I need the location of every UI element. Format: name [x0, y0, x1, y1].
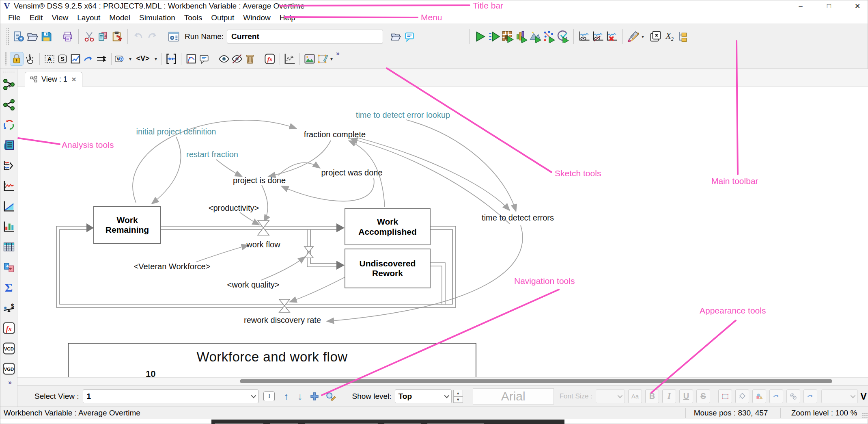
- variable-fraction-complete[interactable]: fraction complete: [304, 130, 366, 139]
- model-tree-button[interactable]: [676, 29, 690, 44]
- extra-dropdown[interactable]: [821, 389, 858, 403]
- unit-check-tool[interactable]: $: [2, 301, 16, 315]
- variable-project-is-done[interactable]: project is done: [233, 176, 286, 185]
- show-level-spinner[interactable]: ▲ ▼: [453, 390, 463, 403]
- variable-rework-discovery-rate[interactable]: rework discovery rate: [244, 316, 321, 325]
- statistics-tool[interactable]: Σ: [2, 281, 16, 294]
- strikethrough-button[interactable]: S: [696, 389, 710, 403]
- menu-window[interactable]: Window: [239, 13, 275, 23]
- model-canvas[interactable]: Work Remaining Work Accomplished Undisco…: [17, 87, 868, 385]
- variable-veteran-workforce[interactable]: <Veteran Workforce>: [134, 262, 211, 271]
- hide-io-object-button[interactable]: [591, 29, 605, 44]
- tools-dropdown-arrow[interactable]: ▾: [642, 34, 644, 39]
- show-variable-button[interactable]: [218, 52, 230, 65]
- redo-button[interactable]: [145, 29, 159, 44]
- rate-tool-button[interactable]: [95, 52, 108, 65]
- delete-tool-button[interactable]: [243, 52, 256, 65]
- maximize-button[interactable]: □: [825, 2, 834, 10]
- image-tool-button[interactable]: [303, 52, 316, 65]
- save-button[interactable]: [39, 29, 53, 44]
- vgd-tool[interactable]: VGD: [2, 362, 16, 376]
- paste-button[interactable]: [110, 29, 124, 44]
- menu-view[interactable]: View: [47, 13, 73, 23]
- variable-work-quality[interactable]: <work quality>: [227, 280, 280, 290]
- run-sensitivity-button[interactable]: [515, 29, 528, 44]
- menu-help[interactable]: Help: [275, 13, 300, 23]
- bar-graph-tool[interactable]: [2, 220, 16, 234]
- horizontal-scrollbar[interactable]: [17, 377, 868, 385]
- undo-button[interactable]: [131, 29, 145, 44]
- shadow-variable-dropdown-arrow[interactable]: ▾: [155, 56, 157, 62]
- variable-project-was-done[interactable]: project was done: [321, 168, 382, 177]
- runs-compare-tool[interactable]: [2, 260, 16, 274]
- cumulative-graph-tool[interactable]: [2, 199, 16, 213]
- run-name-input[interactable]: [227, 30, 383, 43]
- show-level-dropdown[interactable]: Top: [395, 389, 452, 403]
- load-run-button[interactable]: [389, 29, 403, 44]
- run-check-button[interactable]: [556, 29, 570, 44]
- cut-button[interactable]: [82, 29, 96, 44]
- new-model-button[interactable]: [12, 29, 26, 44]
- variable-time-to-detect-errors[interactable]: time to detect errors: [482, 213, 554, 223]
- menu-edit[interactable]: Edit: [25, 13, 47, 23]
- sidebar-overflow-chevron[interactable]: »: [8, 379, 12, 386]
- show-io-object-button[interactable]: [577, 29, 591, 44]
- arrow-width-button[interactable]: [786, 389, 800, 403]
- font-name-box[interactable]: Arial: [473, 388, 554, 405]
- run-optimize-button[interactable]: [528, 29, 542, 44]
- simulation-setup-icon[interactable]: [167, 29, 181, 44]
- run-comment-button[interactable]: [403, 29, 416, 44]
- shape-color-button[interactable]: [752, 389, 766, 403]
- delete-io-object-button[interactable]: [605, 29, 619, 44]
- menu-layout[interactable]: Layout: [73, 13, 105, 23]
- menu-tools[interactable]: Tools: [180, 13, 207, 23]
- run-markov-button[interactable]: [542, 29, 556, 44]
- menu-output[interactable]: Output: [207, 13, 239, 23]
- horizontal-scrollbar-thumb[interactable]: [240, 379, 832, 383]
- tab-view-1[interactable]: View : 1 ✕: [25, 72, 82, 87]
- menu-model[interactable]: Model: [105, 13, 135, 23]
- causes-tree-tool[interactable]: [2, 78, 16, 91]
- arrow-tool-button[interactable]: [82, 52, 95, 65]
- graph-lookup-button[interactable]: [185, 52, 198, 65]
- toolbar-grip[interactable]: [6, 28, 9, 45]
- loops-tool[interactable]: [2, 118, 16, 132]
- lookup-tool-button[interactable]: [69, 52, 82, 65]
- font-size-dropdown[interactable]: [596, 389, 625, 403]
- tab-close-icon[interactable]: ✕: [71, 76, 78, 83]
- hide-variable-button[interactable]: [230, 52, 243, 65]
- new-variable-dropdown-button[interactable]: V: [115, 52, 128, 65]
- subscript-control-button[interactable]: X2: [663, 29, 676, 44]
- stock-undiscovered-rework[interactable]: Undiscovered Rework: [345, 249, 431, 288]
- new-variable-dropdown-arrow[interactable]: ▾: [129, 56, 131, 62]
- variable-work-flow[interactable]: work flow: [246, 240, 280, 249]
- graph-tool[interactable]: [2, 179, 16, 193]
- lock-tool-button[interactable]: [10, 52, 23, 65]
- frame-color-button[interactable]: [718, 389, 732, 403]
- open-model-button[interactable]: [26, 29, 39, 44]
- spinner-down-icon[interactable]: ▼: [453, 396, 463, 403]
- shape-edit-button[interactable]: [316, 52, 329, 65]
- move-tool-button[interactable]: [23, 52, 36, 65]
- run-synthesim-button[interactable]: [487, 29, 501, 44]
- toolbar-grip[interactable]: [3, 70, 15, 74]
- toolbar-grip[interactable]: [4, 52, 8, 65]
- menu-simulation[interactable]: Simulation: [135, 13, 180, 23]
- variable-productivity[interactable]: <productivity>: [209, 203, 259, 213]
- run-simulation-button[interactable]: [473, 29, 487, 44]
- variable-tool-button[interactable]: A: [43, 52, 56, 65]
- merge-tool-button[interactable]: [165, 52, 178, 65]
- sketch-graph-button[interactable]: [283, 52, 296, 65]
- equations-tool[interactable]: fx: [2, 321, 16, 335]
- stock-work-remaining[interactable]: Work Remaining: [93, 206, 161, 244]
- document-tool[interactable]: [2, 138, 16, 152]
- print-button[interactable]: [61, 29, 75, 44]
- view-up-button[interactable]: ↑: [284, 391, 289, 402]
- select-view-dropdown[interactable]: 1: [83, 389, 258, 403]
- equation-tool-button[interactable]: fx: [263, 52, 276, 65]
- find-edit-view-button[interactable]: [324, 390, 337, 403]
- resize-grip[interactable]: [862, 413, 868, 418]
- run-game-button[interactable]: [501, 29, 515, 44]
- toolbar-overflow-chevron[interactable]: »: [336, 50, 340, 57]
- variable-restart-fraction[interactable]: restart fraction: [186, 150, 238, 159]
